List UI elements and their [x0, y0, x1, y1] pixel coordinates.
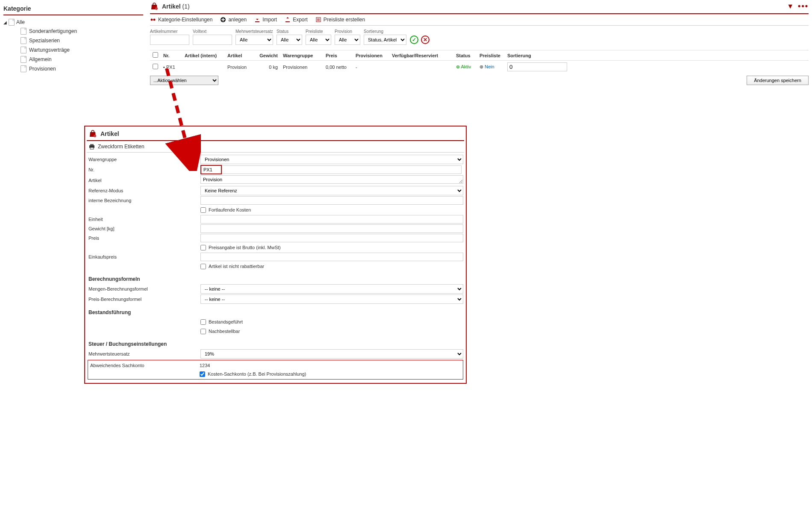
sortierung-select[interactable]: Status, Artikel... — [364, 35, 406, 45]
intern-input[interactable] — [200, 196, 463, 205]
fortlaufende-checkbox[interactable] — [200, 207, 206, 213]
svg-rect-8 — [90, 144, 94, 145]
table-header-row: Nr. Artikel (intern) Artikel Gewicht War… — [150, 50, 809, 61]
settings-icon — [150, 17, 156, 23]
svg-point-0 — [155, 7, 158, 10]
printer-icon — [88, 144, 95, 150]
gewicht-input[interactable] — [200, 224, 463, 233]
document-icon — [21, 28, 26, 35]
detail-title: Artikel — [100, 130, 119, 137]
shopping-bag-icon — [88, 130, 97, 138]
artikel-textarea[interactable]: Provision — [200, 175, 463, 184]
save-changes-button[interactable]: Änderungen speichern — [747, 76, 809, 85]
warengruppe-select[interactable]: Provisionen — [200, 155, 463, 164]
provision-select[interactable]: Alle — [335, 35, 360, 45]
svg-point-1 — [151, 19, 153, 21]
box-icon: ▪ — [163, 65, 165, 70]
pricelist-icon — [315, 17, 321, 23]
action-select[interactable]: ...Aktion wählen — [150, 76, 218, 85]
tree-root-label: Alle — [16, 19, 25, 25]
document-icon — [21, 56, 26, 63]
main-header: Artikel (1) ▼ ••• — [150, 0, 809, 14]
kostensachkonto-checkbox[interactable] — [200, 371, 205, 377]
detail-subtoolbar[interactable]: Zweckform Etiketten — [87, 141, 464, 153]
nachbestellbar-checkbox[interactable] — [200, 329, 206, 334]
rabattierbar-checkbox[interactable] — [200, 264, 206, 269]
detail-form: WarengruppeProvisionen Nr. ArtikelProvis… — [87, 153, 464, 381]
status-select[interactable]: Alle — [277, 35, 302, 45]
more-icon[interactable]: ••• — [798, 2, 809, 11]
einheit-input[interactable] — [200, 215, 463, 224]
tree-item[interactable]: Wartungsverträge — [3, 45, 143, 55]
plus-circle-icon — [220, 17, 226, 23]
mengen-select[interactable]: -- keine -- — [200, 284, 463, 294]
page-title: Artikel (1) — [162, 3, 190, 10]
document-icon — [9, 19, 15, 26]
preisformel-select[interactable]: -- keine -- — [200, 294, 463, 304]
export-icon — [285, 17, 291, 23]
clear-filter-button[interactable]: ✕ — [421, 35, 430, 44]
tree-root[interactable]: ◢ Alle — [3, 18, 143, 26]
row-checkbox[interactable] — [153, 64, 158, 69]
shopping-bag-icon — [150, 3, 159, 10]
create-button[interactable]: anlegen — [220, 17, 247, 23]
nr-input[interactable] — [200, 165, 222, 174]
pricelist-button[interactable]: Preisliste erstellen — [315, 17, 365, 23]
sachkonto-highlight: Abweichendes Sachkonto1234 Kosten-Sachko… — [88, 360, 463, 380]
preis-input[interactable] — [200, 234, 463, 242]
sort-input[interactable] — [507, 62, 567, 71]
mwst-detail-select[interactable]: 19% — [200, 349, 463, 359]
select-all-checkbox[interactable] — [153, 52, 158, 58]
tree-item[interactable]: Provisionen — [3, 64, 143, 74]
tree-item[interactable]: Sonderanfertigungen — [3, 26, 143, 36]
caret-down-icon: ◢ — [3, 20, 7, 25]
import-icon — [254, 17, 260, 23]
svg-point-6 — [94, 135, 96, 137]
toolbar: Kategorie-Einstellungen anlegen Import E… — [150, 14, 809, 26]
preisbrutto-checkbox[interactable] — [200, 245, 206, 250]
filter-icon[interactable]: ▼ — [787, 3, 794, 10]
volltext-input[interactable] — [193, 35, 232, 45]
nr-input-ext[interactable] — [222, 165, 462, 174]
svg-point-2 — [153, 19, 156, 21]
document-icon — [21, 65, 26, 72]
preisliste-select[interactable]: Alle — [306, 35, 331, 45]
sidebar-title: Kategorie — [3, 3, 143, 15]
status-badge: Aktiv — [456, 64, 471, 69]
export-button[interactable]: Export — [285, 17, 308, 23]
import-button[interactable]: Import — [254, 17, 277, 23]
article-detail-panel: Artikel Zweckform Etiketten WarengruppeP… — [84, 126, 467, 384]
document-icon — [21, 47, 26, 53]
document-icon — [21, 37, 26, 44]
mwst-select[interactable]: Alle — [235, 35, 273, 45]
tree-item[interactable]: Spezialserien — [3, 36, 143, 45]
svg-rect-9 — [90, 147, 94, 149]
referenz-select[interactable]: Keine Referenz — [200, 186, 463, 195]
einkaufspreis-input[interactable] — [200, 253, 463, 261]
filters-row: Artikelnummer Volltext Mehrwertsteuersat… — [150, 26, 809, 48]
apply-filter-button[interactable]: ✓ — [410, 35, 418, 44]
table-row[interactable]: ▪ PX1 Provision 0 kg Provisionen 0,00 ne… — [150, 61, 809, 74]
article-table: Nr. Artikel (intern) Artikel Gewicht War… — [150, 50, 809, 73]
bestandsgefuehrt-checkbox[interactable] — [200, 319, 206, 325]
category-settings-button[interactable]: Kategorie-Einstellungen — [150, 17, 212, 23]
artikelnummer-input[interactable] — [150, 35, 189, 45]
tree-item[interactable]: Allgemein — [3, 55, 143, 64]
preisliste-badge: Nein — [480, 64, 494, 69]
